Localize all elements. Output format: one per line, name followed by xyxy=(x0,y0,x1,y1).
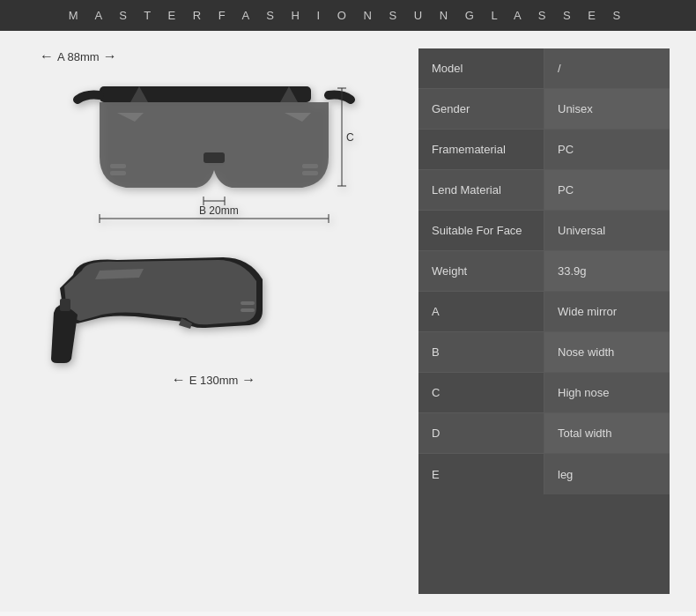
spec-row: Suitable For Face Universal xyxy=(418,211,670,251)
spec-label: E xyxy=(418,454,544,494)
spec-row: B Nose width xyxy=(418,332,670,373)
svg-text:B 20mm: B 20mm xyxy=(199,204,239,217)
spec-value: Universal xyxy=(544,211,670,250)
spec-row: E leg xyxy=(418,454,670,494)
svg-rect-19 xyxy=(241,301,255,305)
spec-row: Weight 33.9g xyxy=(418,251,670,292)
svg-rect-4 xyxy=(302,164,318,168)
spec-label: Model xyxy=(418,48,544,88)
svg-text:D 154mm: D 154mm xyxy=(188,222,233,223)
svg-rect-20 xyxy=(241,308,255,312)
specs-table: Model / Gender Unisex Framematerial PC L… xyxy=(418,48,670,594)
spec-value: 33.9g xyxy=(544,251,670,291)
glasses-front-svg: C 61mm B 20mm D 154mm xyxy=(73,69,355,223)
spec-label: Framematerial xyxy=(418,130,544,169)
glasses-side-svg xyxy=(47,244,381,367)
dimension-e-label: E 130mm xyxy=(189,374,239,387)
svg-rect-5 xyxy=(302,171,318,175)
spec-value: High nose xyxy=(544,373,670,412)
e-arrow-right: → xyxy=(241,372,255,388)
spec-label: B xyxy=(418,332,544,372)
e-arrow-left: ← xyxy=(172,372,186,388)
spec-value: Unisex xyxy=(544,89,670,129)
spec-value: PC xyxy=(544,170,670,210)
svg-rect-1 xyxy=(204,152,225,163)
spec-value: Nose width xyxy=(544,332,670,372)
front-glasses-container: C 61mm B 20mm D 154mm xyxy=(73,69,355,226)
spec-row: Gender Unisex xyxy=(418,89,670,130)
spec-row: Framematerial PC xyxy=(418,130,670,170)
svg-rect-0 xyxy=(100,86,311,102)
brand-title: M A S T E R F A S H I O N S U N G L A S … xyxy=(69,9,627,22)
spec-row: D Total width xyxy=(418,413,670,454)
spec-label: A xyxy=(418,292,544,331)
arrow-left-icon: ← xyxy=(40,48,54,64)
left-panel: ← A 88mm → xyxy=(26,48,401,594)
spec-row: A Wide mirror xyxy=(418,292,670,332)
spec-label: Lend Material xyxy=(418,170,544,210)
header-bar: M A S T E R F A S H I O N S U N G L A S … xyxy=(0,0,696,31)
side-view-section: ← E 130mm → xyxy=(26,244,401,388)
spec-row: Lend Material PC xyxy=(418,170,670,211)
dimension-a-row: ← A 88mm → xyxy=(26,48,117,64)
svg-rect-18 xyxy=(60,299,70,311)
front-view-section: ← A 88mm → xyxy=(26,48,401,226)
spec-label: D xyxy=(418,413,544,453)
spec-value: / xyxy=(544,48,670,88)
spec-value: PC xyxy=(544,130,670,169)
spec-label: Gender xyxy=(418,89,544,129)
svg-text:C 61mm: C 61mm xyxy=(346,131,355,144)
dimension-e-row: ← E 130mm → xyxy=(172,372,256,388)
spec-value: Wide mirror xyxy=(544,292,670,331)
spec-value: Total width xyxy=(544,413,670,453)
spec-row: Model / xyxy=(418,48,670,89)
spec-label: Suitable For Face xyxy=(418,211,544,250)
dimension-a-label: A 88mm xyxy=(57,50,100,63)
spec-value: leg xyxy=(544,454,670,494)
arrow-right-icon: → xyxy=(103,48,117,64)
spec-label: Weight xyxy=(418,251,544,291)
main-content: ← A 88mm → xyxy=(0,31,696,612)
svg-rect-2 xyxy=(110,164,126,168)
spec-label: C xyxy=(418,373,544,412)
spec-row: C High nose xyxy=(418,373,670,413)
svg-rect-3 xyxy=(110,171,126,175)
